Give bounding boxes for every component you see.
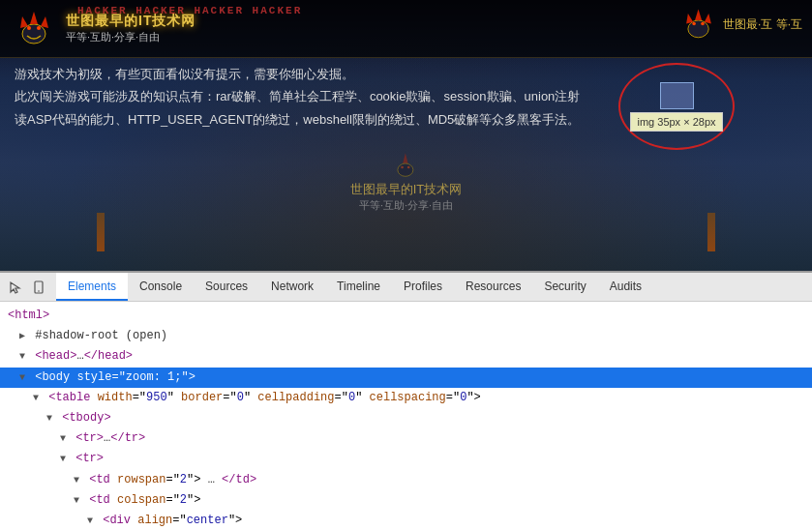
tab-resources[interactable]: Resources [454,273,532,301]
triangle-icon[interactable] [60,433,66,444]
site-subtitle-text: 平等·互助·分享·自由 [66,30,195,44]
triangle-icon[interactable] [87,515,93,526]
triangle-icon[interactable] [60,454,66,464]
dom-line-tr1[interactable]: <tr>…</tr> [0,428,812,449]
dom-line-tr2[interactable]: <tr> [0,449,812,469]
svg-marker-8 [686,14,693,24]
triangle-icon[interactable] [74,475,79,486]
tab-audits[interactable]: Audits [598,273,653,301]
center-watermark: 世图最早的IT技术网 平等·互助·分享·自由 [350,152,463,213]
triangle-icon[interactable] [19,372,25,383]
dom-line-html[interactable]: <html> [0,306,812,326]
triangle-icon[interactable] [74,495,79,506]
svg-point-5 [37,26,41,30]
mobile-icon[interactable] [31,280,46,295]
tab-security[interactable]: Security [532,273,597,301]
dom-line-head[interactable]: <head>…</head> [0,346,812,367]
svg-point-14 [402,166,405,169]
dom-line-shadow[interactable]: #shadow-root (open) [0,326,812,346]
svg-marker-9 [705,14,711,24]
website-preview: 世图最早的IT技术网 平等·互助·分享·自由 HACKER HACKER HAC… [0,0,812,271]
cursor-icon[interactable] [8,280,23,295]
devtools-toolbar: Elements Console Sources Network Timelin… [0,273,812,302]
watermark-sub: 平等·互助·分享·自由 [359,198,453,213]
svg-marker-7 [695,9,702,20]
svg-point-17 [38,290,40,292]
svg-marker-12 [404,153,408,163]
dom-line-table[interactable]: <table width="950" border="0" cellpaddin… [0,388,812,408]
element-highlight-circle: img 35px × 28px [618,63,735,150]
right-logo-text: 世图最·互 等·互 [723,16,802,33]
site-title: 世图最早的IT技术网 平等·互助·分享·自由 [66,13,195,44]
svg-point-10 [692,22,696,26]
svg-point-0 [22,24,45,44]
devtools-panel: Elements Console Sources Network Timelin… [0,271,812,530]
torch-right-decoration [707,213,715,251]
triangle-icon[interactable] [19,331,25,341]
svg-marker-3 [41,16,48,28]
dom-viewer[interactable]: <html> #shadow-root (open) <head>…</head… [0,302,812,530]
svg-marker-1 [30,12,38,24]
svg-point-6 [688,20,708,38]
site-header: 世图最早的IT技术网 平等·互助·分享·自由 HACKER HACKER HAC… [0,0,812,58]
dom-line-td1[interactable]: <td rowspan="2"> … </td> [0,470,812,490]
svg-point-13 [398,163,413,176]
highlighted-img-element [660,82,694,109]
triangle-icon[interactable] [19,351,25,362]
dom-line-div[interactable]: <div align="center"> [0,511,812,530]
svg-point-4 [27,26,31,30]
img-dimensions-tooltip: img 35px × 28px [630,112,722,132]
toolbar-icons [8,280,46,295]
tab-elements[interactable]: Elements [56,273,128,301]
devtools-tabs-container: Elements Console Sources Network Timelin… [56,273,653,301]
triangle-icon[interactable] [33,393,39,403]
tab-profiles[interactable]: Profiles [392,273,454,301]
svg-marker-2 [20,16,28,28]
logo-dragon-icon [10,5,58,53]
tab-timeline[interactable]: Timeline [325,273,392,301]
triangle-icon[interactable] [46,413,52,424]
watermark-title: 世图最早的IT技术网 [350,181,463,198]
tab-sources[interactable]: Sources [194,273,259,301]
torch-left-decoration [97,213,105,251]
tab-console[interactable]: Console [128,273,194,301]
dom-line-tbody[interactable]: <tbody> [0,408,812,428]
right-logo: 世图最·互 等·互 [679,5,802,44]
dom-line-td2[interactable]: <td colspan="2"> [0,490,812,511]
dom-line-body[interactable]: <body style="zoom: 1;"> [0,368,812,388]
tab-network[interactable]: Network [259,273,325,301]
header-banner: HACKER HACKER HACKER HACKER [77,5,302,16]
svg-point-15 [407,166,410,169]
svg-point-11 [701,22,705,26]
